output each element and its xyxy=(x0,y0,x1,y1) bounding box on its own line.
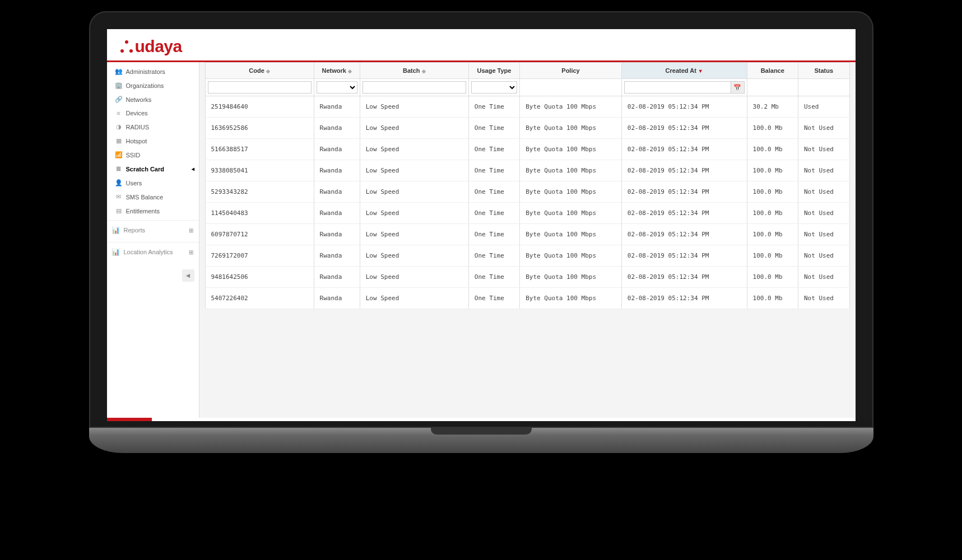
cell-code: 5166388517 xyxy=(205,139,314,160)
cell-batch: Low Speed xyxy=(360,203,468,224)
cell-balance: 100.0 Mb xyxy=(747,181,798,203)
nav-icon: 🔗 xyxy=(115,96,123,103)
cell-network: Rwanda xyxy=(314,245,360,267)
sidebar-item-administrators[interactable]: 👥Administrators xyxy=(107,64,199,78)
sidebar-item-label: Scratch Card xyxy=(126,166,164,172)
app-body: 👥Administrators🏢Organizations🔗Networks≡D… xyxy=(107,62,856,418)
cell-batch: Low Speed xyxy=(360,181,468,203)
table-row[interactable]: 5293343282RwandaLow SpeedOne TimeByte Qu… xyxy=(205,181,849,203)
cell-balance: 100.0 Mb xyxy=(747,139,798,160)
cell-usage: One Time xyxy=(468,181,519,203)
filter-usage-select[interactable] xyxy=(471,81,517,94)
cell-usage: One Time xyxy=(468,203,519,224)
cell-batch: Low Speed xyxy=(360,288,468,309)
cell-created: 02-08-2019 05:12:34 PM xyxy=(621,181,747,203)
cell-network: Rwanda xyxy=(314,160,360,181)
sidebar-item-label: SSID xyxy=(126,152,141,158)
sidebar-item-ssid[interactable]: 📶SSID xyxy=(107,148,199,162)
cell-status: Not Used xyxy=(798,267,849,288)
cell-balance: 100.0 Mb xyxy=(747,118,798,139)
table-row[interactable]: 5407226402RwandaLow SpeedOne TimeByte Qu… xyxy=(205,288,849,309)
sidebar-item-hotspot[interactable]: ▦Hotspot xyxy=(107,134,199,148)
sidebar-item-label: SMS Balance xyxy=(126,194,164,200)
calendar-icon: 📅 xyxy=(733,84,741,91)
cell-network: Rwanda xyxy=(314,203,360,224)
cell-created: 02-08-2019 05:12:34 PM xyxy=(621,160,747,181)
cell-balance: 100.0 Mb xyxy=(747,288,798,309)
table-row[interactable]: 5166388517RwandaLow SpeedOne TimeByte Qu… xyxy=(205,139,849,160)
table-row[interactable]: 6097870712RwandaLow SpeedOne TimeByte Qu… xyxy=(205,224,849,245)
cell-status: Not Used xyxy=(798,181,849,203)
sidebar-item-networks[interactable]: 🔗Networks xyxy=(107,92,199,106)
cell-network: Rwanda xyxy=(314,267,360,288)
sidebar-section-reports[interactable]: 📊Reports⊞ xyxy=(107,220,199,240)
expand-icon: ⊞ xyxy=(189,227,193,234)
cell-policy: Byte Quota 100 Mbps xyxy=(520,181,622,203)
calendar-button[interactable]: 📅 xyxy=(731,81,745,94)
column-label: Status xyxy=(814,67,833,74)
column-label: Usage Type xyxy=(477,67,512,74)
filter-created-input[interactable] xyxy=(624,81,731,94)
sidebar-collapse-button[interactable]: ◄ xyxy=(182,269,194,282)
sort-icon: ◆ xyxy=(266,68,270,74)
nav-icon: ▤ xyxy=(115,207,123,214)
cell-network: Rwanda xyxy=(314,224,360,245)
table-row[interactable]: 1636952586RwandaLow SpeedOne TimeByte Qu… xyxy=(205,118,849,139)
cell-balance: 100.0 Mb xyxy=(747,245,798,267)
column-header-network[interactable]: Network◆ xyxy=(314,63,360,79)
sidebar-section-label: Reports xyxy=(124,227,146,234)
sidebar-item-organizations[interactable]: 🏢Organizations xyxy=(107,78,199,92)
sidebar-item-label: Hotspot xyxy=(126,138,147,144)
cell-network: Rwanda xyxy=(314,118,360,139)
column-header-batch[interactable]: Batch◆ xyxy=(360,63,468,79)
table-filter-row: 📅 xyxy=(205,79,849,96)
filter-network-select[interactable] xyxy=(317,81,357,94)
cell-code: 1145040483 xyxy=(205,203,314,224)
table-row[interactable]: 1145040483RwandaLow SpeedOne TimeByte Qu… xyxy=(205,203,849,224)
app-viewport: udaya 👥Administrators🏢Organizations🔗Netw… xyxy=(107,29,856,421)
cell-code: 6097870712 xyxy=(205,224,314,245)
table-row[interactable]: 9481642506RwandaLow SpeedOne TimeByte Qu… xyxy=(205,267,849,288)
table-row[interactable]: 2519484640RwandaLow SpeedOne TimeByte Qu… xyxy=(205,96,849,118)
sidebar-item-entitlements[interactable]: ▤Entitlements xyxy=(107,204,199,218)
column-label: Code xyxy=(249,67,264,74)
cell-code: 9481642506 xyxy=(205,267,314,288)
sidebar-item-users[interactable]: 👤Users xyxy=(107,176,199,190)
column-header-policy: Policy xyxy=(520,63,622,79)
cell-code: 5293343282 xyxy=(205,181,314,203)
cell-batch: Low Speed xyxy=(360,118,468,139)
table-row[interactable]: 7269172007RwandaLow SpeedOne TimeByte Qu… xyxy=(205,245,849,267)
table-row[interactable]: 9338085041RwandaLow SpeedOne TimeByte Qu… xyxy=(205,160,849,181)
sidebar-item-radius[interactable]: ◑RADIUS xyxy=(107,120,199,134)
nav-icon: 👥 xyxy=(115,68,123,75)
table-header-row: Code◆Network◆Batch◆Usage TypePolicyCreat… xyxy=(205,63,849,79)
filter-code-input[interactable] xyxy=(208,81,312,94)
sidebar: 👥Administrators🏢Organizations🔗Networks≡D… xyxy=(107,62,199,418)
cell-network: Rwanda xyxy=(314,181,360,203)
nav-icon: ≡ xyxy=(115,110,123,116)
nav-icon: 📶 xyxy=(115,151,123,158)
chart-icon: 📊 xyxy=(111,248,120,256)
sidebar-section-location-analytics[interactable]: 📊Location Analytics⊞ xyxy=(107,242,199,262)
cell-status: Used xyxy=(798,96,849,118)
sidebar-item-scratch-card[interactable]: ≣Scratch Card◂ xyxy=(107,162,199,176)
filter-batch-input[interactable] xyxy=(363,81,466,94)
sort-icon: ▼ xyxy=(698,68,703,74)
sidebar-item-sms-balance[interactable]: ✉SMS Balance xyxy=(107,190,199,204)
arrow-left-icon: ◄ xyxy=(185,272,192,279)
column-header-created-at[interactable]: Created At▼ xyxy=(621,63,747,79)
cell-network: Rwanda xyxy=(314,288,360,309)
sidebar-item-label: RADIUS xyxy=(126,124,150,130)
sort-icon: ◆ xyxy=(422,68,426,74)
cell-usage: One Time xyxy=(468,224,519,245)
cell-created: 02-08-2019 05:12:34 PM xyxy=(621,267,747,288)
cell-policy: Byte Quota 100 Mbps xyxy=(520,224,622,245)
sidebar-item-devices[interactable]: ≡Devices xyxy=(107,106,199,120)
cell-batch: Low Speed xyxy=(360,139,468,160)
column-header-code[interactable]: Code◆ xyxy=(205,63,314,79)
cell-usage: One Time xyxy=(468,267,519,288)
cell-balance: 100.0 Mb xyxy=(747,160,798,181)
cell-status: Not Used xyxy=(798,288,849,309)
cell-usage: One Time xyxy=(468,118,519,139)
nav-icon: ◑ xyxy=(115,123,123,130)
